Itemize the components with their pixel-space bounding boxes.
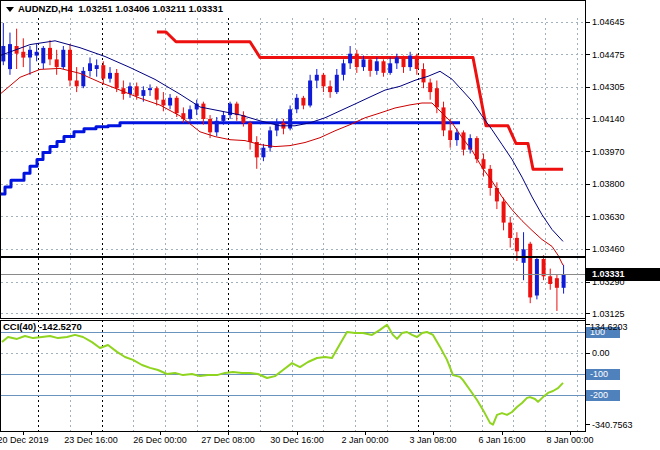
price-axis-label: 1.03125 (592, 309, 625, 319)
time-axis-label: 3 Jan 08:00 (393, 435, 473, 445)
cci-level-badge: -200 (586, 390, 620, 401)
time-axis-label: 27 Dec 08:00 (188, 435, 268, 445)
price-axis-label: 1.04305 (592, 82, 625, 92)
cci-indicator-label: CCI(40) -142.5270 (3, 321, 82, 332)
time-axis-label: 23 Dec 16:00 (51, 435, 131, 445)
cci-zero-label: 0.00 (592, 348, 610, 358)
ohlc-values-label: 1.03251 1.03406 1.03211 1.03331 (78, 3, 223, 14)
price-axis-label: 1.04475 (592, 50, 625, 60)
chart-canvas[interactable] (0, 0, 660, 450)
cci-max-label: 134.6203 (590, 322, 628, 332)
chart-window: AUDNZD,H4 1.03251 1.03406 1.03211 1.0333… (0, 0, 660, 450)
price-axis-label: 1.04645 (592, 17, 625, 27)
chart-title: AUDNZD,H4 1.03251 1.03406 1.03211 1.0333… (18, 3, 223, 14)
cci-min-label: -340.7563 (592, 420, 633, 430)
price-axis-label: 1.04140 (592, 114, 625, 124)
current-price-badge: 1.03331 (586, 268, 660, 281)
price-axis-label: 1.03800 (592, 179, 625, 189)
symbol-dropdown-arrow-icon[interactable] (6, 7, 14, 12)
price-axis-label: 1.03970 (592, 147, 625, 157)
price-axis-label: 1.03630 (592, 212, 625, 222)
time-axis-label: 8 Jan 00:00 (530, 435, 610, 445)
cci-level-badge: -100 (586, 369, 620, 380)
price-axis-label: 1.03460 (592, 244, 625, 254)
symbol-period-label: AUDNZD,H4 (18, 3, 73, 14)
chart-svg (0, 0, 660, 450)
